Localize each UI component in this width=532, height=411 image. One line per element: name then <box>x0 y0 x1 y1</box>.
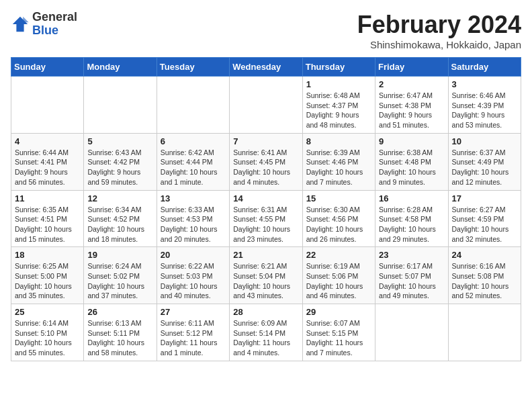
calendar-cell: 27Sunrise: 6:11 AM Sunset: 5:12 PM Dayli… <box>157 304 229 361</box>
logo-text: General Blue <box>32 11 77 38</box>
day-info: Sunrise: 6:11 AM Sunset: 5:12 PM Dayligh… <box>161 318 226 358</box>
calendar-cell: 1Sunrise: 6:48 AM Sunset: 4:37 PM Daylig… <box>302 77 375 134</box>
day-number: 26 <box>87 307 152 317</box>
calendar-cell: 29Sunrise: 6:07 AM Sunset: 5:15 PM Dayli… <box>302 304 375 361</box>
day-info: Sunrise: 6:37 AM Sunset: 4:49 PM Dayligh… <box>452 148 517 187</box>
calendar-week-row: 1Sunrise: 6:48 AM Sunset: 4:37 PM Daylig… <box>11 77 521 134</box>
svg-marker-1 <box>23 17 28 22</box>
calendar-cell: 17Sunrise: 6:27 AM Sunset: 4:59 PM Dayli… <box>448 190 521 247</box>
day-number: 9 <box>379 136 444 146</box>
day-number: 5 <box>87 136 152 146</box>
day-info: Sunrise: 6:19 AM Sunset: 5:06 PM Dayligh… <box>306 261 371 301</box>
day-number: 22 <box>306 250 371 260</box>
day-info: Sunrise: 6:27 AM Sunset: 4:59 PM Dayligh… <box>452 205 517 244</box>
day-number: 15 <box>306 193 371 203</box>
day-info: Sunrise: 6:07 AM Sunset: 5:15 PM Dayligh… <box>306 318 371 358</box>
calendar-cell: 13Sunrise: 6:33 AM Sunset: 4:53 PM Dayli… <box>157 190 229 247</box>
calendar-week-row: 11Sunrise: 6:35 AM Sunset: 4:51 PM Dayli… <box>11 190 521 247</box>
day-info: Sunrise: 6:14 AM Sunset: 5:10 PM Dayligh… <box>15 318 80 358</box>
calendar-cell <box>230 77 302 134</box>
day-number: 14 <box>233 193 298 203</box>
day-number: 29 <box>306 307 371 317</box>
weekday-header: Saturday <box>448 58 521 77</box>
day-number: 24 <box>452 250 517 260</box>
weekday-header-row: SundayMondayTuesdayWednesdayThursdayFrid… <box>11 58 521 77</box>
day-info: Sunrise: 6:33 AM Sunset: 4:53 PM Dayligh… <box>161 205 226 244</box>
day-number: 8 <box>306 136 371 146</box>
day-info: Sunrise: 6:28 AM Sunset: 4:58 PM Dayligh… <box>379 205 444 244</box>
calendar-week-row: 25Sunrise: 6:14 AM Sunset: 5:10 PM Dayli… <box>11 304 521 361</box>
calendar-cell: 18Sunrise: 6:25 AM Sunset: 5:00 PM Dayli… <box>11 247 84 304</box>
day-info: Sunrise: 6:43 AM Sunset: 4:42 PM Dayligh… <box>87 148 152 187</box>
day-number: 17 <box>452 193 517 203</box>
calendar-cell <box>84 77 157 134</box>
logo: General Blue <box>11 11 77 38</box>
day-info: Sunrise: 6:41 AM Sunset: 4:45 PM Dayligh… <box>233 148 298 187</box>
calendar-table: SundayMondayTuesdayWednesdayThursdayFrid… <box>11 57 521 361</box>
day-info: Sunrise: 6:34 AM Sunset: 4:52 PM Dayligh… <box>87 205 152 244</box>
day-number: 21 <box>233 250 298 260</box>
calendar-cell: 20Sunrise: 6:22 AM Sunset: 5:03 PM Dayli… <box>157 247 229 304</box>
calendar-cell: 5Sunrise: 6:43 AM Sunset: 4:42 PM Daylig… <box>84 133 157 190</box>
day-number: 27 <box>161 307 226 317</box>
location-subtitle: Shinshimokawa, Hokkaido, Japan <box>357 39 521 50</box>
day-info: Sunrise: 6:16 AM Sunset: 5:08 PM Dayligh… <box>452 261 517 301</box>
day-info: Sunrise: 6:30 AM Sunset: 4:56 PM Dayligh… <box>306 205 371 244</box>
calendar-cell: 9Sunrise: 6:38 AM Sunset: 4:48 PM Daylig… <box>375 133 448 190</box>
calendar-cell: 7Sunrise: 6:41 AM Sunset: 4:45 PM Daylig… <box>230 133 302 190</box>
day-number: 20 <box>161 250 226 260</box>
calendar-cell: 11Sunrise: 6:35 AM Sunset: 4:51 PM Dayli… <box>11 190 84 247</box>
day-number: 28 <box>233 307 298 317</box>
title-block: February 2024 Shinshimokawa, Hokkaido, J… <box>357 11 521 50</box>
calendar-cell <box>448 304 521 361</box>
day-number: 4 <box>15 136 80 146</box>
calendar-cell: 26Sunrise: 6:13 AM Sunset: 5:11 PM Dayli… <box>84 304 157 361</box>
calendar-cell: 28Sunrise: 6:09 AM Sunset: 5:14 PM Dayli… <box>230 304 302 361</box>
day-info: Sunrise: 6:48 AM Sunset: 4:37 PM Dayligh… <box>306 91 371 130</box>
day-info: Sunrise: 6:09 AM Sunset: 5:14 PM Dayligh… <box>233 318 298 358</box>
day-number: 10 <box>452 136 517 146</box>
day-info: Sunrise: 6:39 AM Sunset: 4:46 PM Dayligh… <box>306 148 371 187</box>
svg-marker-0 <box>13 17 28 32</box>
calendar-cell: 8Sunrise: 6:39 AM Sunset: 4:46 PM Daylig… <box>302 133 375 190</box>
day-info: Sunrise: 6:31 AM Sunset: 4:55 PM Dayligh… <box>233 205 298 244</box>
day-info: Sunrise: 6:21 AM Sunset: 5:04 PM Dayligh… <box>233 261 298 301</box>
weekday-header: Thursday <box>302 58 375 77</box>
page-header: General Blue February 2024 Shinshimokawa… <box>11 11 521 50</box>
calendar-cell: 15Sunrise: 6:30 AM Sunset: 4:56 PM Dayli… <box>302 190 375 247</box>
calendar-cell: 22Sunrise: 6:19 AM Sunset: 5:06 PM Dayli… <box>302 247 375 304</box>
weekday-header: Friday <box>375 58 448 77</box>
calendar-cell: 2Sunrise: 6:47 AM Sunset: 4:38 PM Daylig… <box>375 77 448 134</box>
day-info: Sunrise: 6:46 AM Sunset: 4:39 PM Dayligh… <box>452 91 517 130</box>
calendar-cell <box>11 77 84 134</box>
day-number: 13 <box>161 193 226 203</box>
calendar-cell: 6Sunrise: 6:42 AM Sunset: 4:44 PM Daylig… <box>157 133 229 190</box>
calendar-cell: 16Sunrise: 6:28 AM Sunset: 4:58 PM Dayli… <box>375 190 448 247</box>
day-number: 7 <box>233 136 298 146</box>
calendar-week-row: 4Sunrise: 6:44 AM Sunset: 4:41 PM Daylig… <box>11 133 521 190</box>
day-number: 18 <box>15 250 80 260</box>
day-info: Sunrise: 6:35 AM Sunset: 4:51 PM Dayligh… <box>15 205 80 244</box>
calendar-cell: 4Sunrise: 6:44 AM Sunset: 4:41 PM Daylig… <box>11 133 84 190</box>
day-number: 2 <box>379 79 444 89</box>
day-number: 12 <box>87 193 152 203</box>
logo-icon <box>11 15 30 34</box>
day-number: 16 <box>379 193 444 203</box>
day-info: Sunrise: 6:42 AM Sunset: 4:44 PM Dayligh… <box>161 148 226 187</box>
day-info: Sunrise: 6:44 AM Sunset: 4:41 PM Dayligh… <box>15 148 80 187</box>
month-title: February 2024 <box>357 11 521 39</box>
calendar-cell: 19Sunrise: 6:24 AM Sunset: 5:02 PM Dayli… <box>84 247 157 304</box>
weekday-header: Monday <box>84 58 157 77</box>
day-info: Sunrise: 6:17 AM Sunset: 5:07 PM Dayligh… <box>379 261 444 301</box>
day-info: Sunrise: 6:47 AM Sunset: 4:38 PM Dayligh… <box>379 91 444 130</box>
calendar-cell <box>375 304 448 361</box>
calendar-cell: 23Sunrise: 6:17 AM Sunset: 5:07 PM Dayli… <box>375 247 448 304</box>
calendar-cell <box>157 77 229 134</box>
weekday-header: Sunday <box>11 58 84 77</box>
calendar-cell: 12Sunrise: 6:34 AM Sunset: 4:52 PM Dayli… <box>84 190 157 247</box>
calendar-week-row: 18Sunrise: 6:25 AM Sunset: 5:00 PM Dayli… <box>11 247 521 304</box>
calendar-cell: 10Sunrise: 6:37 AM Sunset: 4:49 PM Dayli… <box>448 133 521 190</box>
day-number: 19 <box>87 250 152 260</box>
day-number: 1 <box>306 79 371 89</box>
weekday-header: Tuesday <box>157 58 229 77</box>
